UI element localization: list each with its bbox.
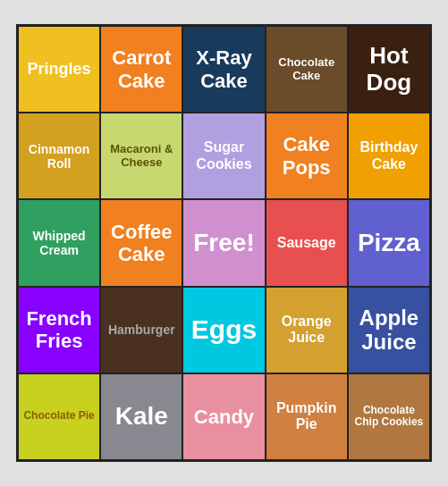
cell-label: Eggs [191,314,257,346]
bingo-cell-r4c1[interactable]: Kale [101,374,182,459]
bingo-cell-r3c4[interactable]: Apple Juice [349,288,429,373]
cell-label: Apple Juice [352,306,426,355]
cell-label: Sausage [277,235,336,251]
bingo-cell-r2c0[interactable]: Whipped Cream [19,200,99,285]
cell-label: Orange Juice [270,314,343,347]
cell-label: Pumpkin Pie [270,400,343,433]
cell-label: Hamburger [108,323,175,337]
cell-label: Coffee Cake [105,221,178,266]
bingo-cell-r2c4[interactable]: Pizza [349,200,429,285]
bingo-cell-r3c2[interactable]: Eggs [183,288,264,373]
cell-label: X-Ray Cake [187,46,260,92]
cell-label: Chocolate Pie [23,410,94,423]
cell-label: Pizza [358,229,420,257]
cell-label: Cake Pops [270,133,343,179]
cell-label: Kale [115,402,168,431]
bingo-cell-r3c3[interactable]: Orange Juice [266,288,347,373]
bingo-cell-r1c3[interactable]: Cake Pops [266,113,347,198]
bingo-cell-r0c0[interactable]: Pringles [19,27,99,112]
bingo-cell-r2c3[interactable]: Sausage [266,200,347,285]
bingo-cell-r4c0[interactable]: Chocolate Pie [19,374,99,459]
bingo-cell-r4c3[interactable]: Pumpkin Pie [266,374,347,459]
bingo-cell-r3c1[interactable]: Hamburger [101,288,182,373]
bingo-cell-r2c2[interactable]: Free! [183,200,264,285]
cell-label: Chocolate Cake [270,56,343,83]
cell-label: Pringles [28,60,91,79]
cell-label: Macaroni & Cheese [105,143,178,170]
bingo-cell-r1c4[interactable]: Birthday Cake [349,113,429,198]
cell-label: Whipped Cream [22,229,96,257]
bingo-cell-r0c1[interactable]: Carrot Cake [101,27,182,112]
cell-label: Sugar Cookies [187,139,260,172]
bingo-cell-r0c2[interactable]: X-Ray Cake [183,27,264,112]
bingo-cell-r1c0[interactable]: Cinnamon Roll [19,113,99,198]
bingo-cell-r4c2[interactable]: Candy [183,374,264,459]
cell-label: French Fries [22,307,96,353]
bingo-board: PringlesCarrot CakeX-Ray CakeChocolate C… [16,24,432,462]
cell-label: Cinnamon Roll [22,142,96,171]
cell-label: Chocolate Chip Cookies [352,405,426,430]
bingo-cell-r1c1[interactable]: Macaroni & Cheese [101,113,182,198]
bingo-cell-r4c4[interactable]: Chocolate Chip Cookies [349,374,429,459]
cell-label: Carrot Cake [105,46,178,92]
bingo-cell-r0c3[interactable]: Chocolate Cake [266,27,347,112]
bingo-cell-r0c4[interactable]: Hot Dog [349,27,429,112]
bingo-cell-r2c1[interactable]: Coffee Cake [101,200,182,285]
cell-label: Hot Dog [352,43,426,96]
cell-label: Free! [193,229,254,257]
bingo-cell-r1c2[interactable]: Sugar Cookies [183,113,264,198]
bingo-cell-r3c0[interactable]: French Fries [19,288,99,373]
cell-label: Birthday Cake [352,139,426,172]
cell-label: Candy [194,406,254,428]
